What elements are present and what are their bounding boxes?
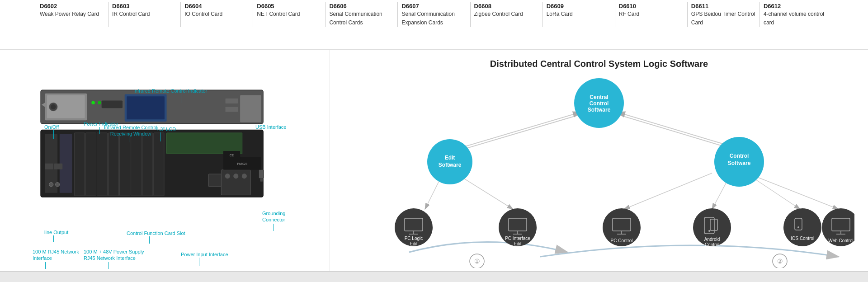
svg-rect-9 [226, 107, 238, 112]
infrared-indicator-label: Infrared Remote Control Indicator [133, 88, 207, 94]
svg-point-11 [51, 104, 56, 109]
product-code: D6602 [40, 3, 104, 9]
svg-rect-34 [208, 174, 221, 187]
svg-text:Software: Software [728, 160, 751, 166]
product-code: D6609 [547, 3, 611, 9]
product-code: D6611 [691, 3, 756, 9]
right-title: Distributed Central Control System Logic… [344, 59, 854, 69]
grounding-line [274, 224, 274, 231]
svg-rect-17 [45, 164, 53, 169]
right-diagram: Distributed Central Control System Logic… [330, 50, 868, 271]
control-slot-label: Control Function Card Slot [127, 230, 185, 236]
product-name: 4-channel volume control card [764, 11, 824, 26]
logic-svg: ① ② Central Control Software Edit Softwa… [344, 78, 854, 268]
svg-text:Control: Control [590, 100, 609, 107]
svg-text:Edit: Edit [514, 241, 521, 246]
svg-text:Central: Central [590, 94, 608, 100]
product-name: IO Control Card [184, 11, 222, 17]
svg-point-32 [233, 174, 238, 179]
product-item: D6607 Serial Communication Expansion Car… [398, 2, 470, 27]
svg-point-6 [98, 101, 101, 104]
svg-text:Control: Control [705, 242, 719, 247]
svg-rect-28 [154, 133, 164, 196]
svg-rect-29 [167, 133, 242, 154]
power-indicator-line [99, 127, 100, 134]
svg-rect-39 [259, 170, 264, 179]
product-code: D6612 [764, 3, 828, 9]
product-name: Zigbee Control Card [474, 11, 523, 17]
infrared-indicator-line [181, 94, 181, 103]
svg-line-45 [617, 114, 730, 148]
lcd-line [160, 132, 161, 141]
svg-point-31 [225, 174, 230, 179]
svg-text:Edit: Edit [410, 241, 417, 246]
svg-text:Android: Android [704, 237, 720, 242]
product-item: D6606 Serial Communication Control Cards [326, 2, 398, 27]
product-code: D6606 [329, 3, 394, 9]
svg-line-52 [753, 175, 839, 209]
svg-text:Control: Control [730, 153, 749, 159]
svg-text:PA6028: PA6028 [237, 162, 247, 165]
svg-rect-8 [226, 99, 238, 103]
rj45-label: 100 M RJ45 NetworkInterface [33, 249, 79, 262]
svg-text:PC Control: PC Control [611, 238, 633, 243]
product-item: D6609 LoRa Card [543, 2, 615, 27]
on-off-line [53, 130, 54, 139]
power-rj45-line [108, 262, 109, 269]
svg-point-92 [797, 226, 799, 228]
power-input-label: Power Input Interface [181, 252, 228, 257]
svg-point-5 [91, 101, 94, 104]
svg-rect-13 [240, 95, 261, 122]
svg-line-48 [459, 175, 513, 209]
left-diagram: PA6028 CE Infrared Remote Control Indica… [0, 50, 330, 271]
svg-text:Software: Software [588, 107, 611, 113]
grounding-label: GroundingConnector [262, 210, 285, 223]
usb-label: USB Interface [255, 124, 286, 130]
product-name: IR Control Card [112, 11, 150, 17]
bottom-strip [0, 271, 868, 282]
product-code: D6605 [257, 3, 321, 9]
product-code: D6603 [112, 3, 177, 9]
line-output-line [53, 235, 54, 242]
logic-diagram: ① ② Central Control Software Edit Softwa… [344, 78, 854, 268]
ir-window-label: Infrared Remote ControlReceiving Window [104, 124, 157, 137]
product-table: D6602 Weak Power Relay Card D6603 IR Con… [0, 0, 868, 50]
svg-rect-27 [142, 133, 153, 196]
svg-line-43 [459, 114, 581, 150]
product-code: D6610 [619, 3, 684, 9]
product-item: D6603 IR Control Card [108, 2, 181, 27]
product-code: D6604 [184, 3, 249, 9]
diagram-wrapper: PA6028 CE Infrared Remote Control Indica… [5, 54, 330, 267]
svg-text:Web Control: Web Control [828, 238, 853, 243]
svg-rect-40 [260, 178, 263, 181]
svg-text:PC Logic: PC Logic [405, 236, 423, 241]
product-item: D6605 NET Control Card [253, 2, 326, 27]
product-code: D6607 [401, 3, 466, 9]
svg-point-19 [49, 183, 53, 187]
svg-point-33 [242, 174, 247, 179]
product-item: D6608 Zigbee Control Card [471, 2, 543, 27]
control-slot-line [149, 236, 150, 244]
svg-text:①: ① [474, 258, 480, 265]
svg-point-86 [708, 230, 710, 232]
product-item: D6604 IO Control Card [181, 2, 253, 27]
power-input-line [199, 258, 199, 266]
svg-text:CE: CE [230, 154, 234, 157]
power-rj45-label: 100 M + 48V Power SupplyRJ45 Network Int… [84, 249, 144, 262]
svg-rect-7 [102, 101, 123, 108]
usb-line [267, 130, 267, 139]
product-name: NET Control Card [257, 11, 300, 17]
svg-point-20 [56, 183, 60, 187]
svg-line-46 [617, 112, 730, 146]
svg-rect-23 [97, 133, 107, 196]
product-code: D6608 [474, 3, 539, 9]
svg-line-49 [624, 173, 712, 209]
svg-rect-26 [131, 133, 142, 196]
svg-rect-16 [60, 134, 72, 193]
product-name: GPS Beidou Timer Control Card [691, 11, 755, 26]
on-off-label: On/Off [44, 124, 59, 130]
svg-text:Edit: Edit [445, 155, 455, 161]
svg-text:Software: Software [439, 162, 462, 168]
svg-rect-21 [74, 133, 85, 196]
svg-text:②: ② [777, 258, 783, 265]
